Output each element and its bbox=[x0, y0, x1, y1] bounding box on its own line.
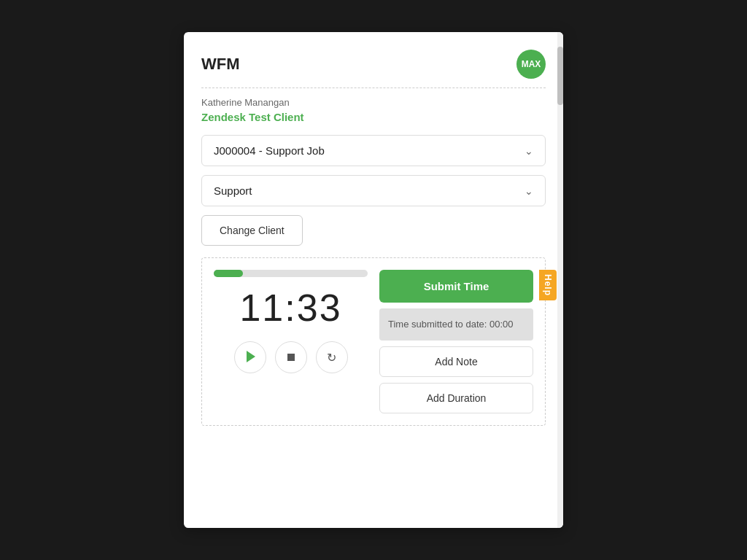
stop-button[interactable] bbox=[275, 341, 307, 373]
timer-controls: ↻ bbox=[234, 341, 348, 373]
type-dropdown-value: Support bbox=[214, 184, 252, 197]
help-tab[interactable]: Help bbox=[539, 270, 557, 300]
header: WFM MAX bbox=[201, 50, 546, 88]
chevron-down-icon: ⌄ bbox=[525, 145, 533, 157]
right-panel: Submit Time Time submitted to date: 00:0… bbox=[379, 270, 533, 413]
client-name: Zendesk Test Client bbox=[201, 111, 546, 123]
change-client-button[interactable]: Change Client bbox=[201, 215, 303, 246]
job-dropdown-value: J000004 - Support Job bbox=[214, 144, 325, 157]
job-dropdown[interactable]: J000004 - Support Job ⌄ bbox=[201, 135, 546, 166]
scrollbar-thumb bbox=[557, 47, 563, 105]
stop-icon bbox=[287, 351, 295, 363]
timer-display: 11:33 bbox=[239, 286, 341, 330]
timer-panel: 11:33 ↻ bbox=[214, 270, 368, 413]
scrollbar[interactable] bbox=[557, 32, 563, 528]
wfm-panel: WFM MAX Katherine Manangan Zendesk Test … bbox=[184, 32, 563, 528]
play-icon bbox=[244, 351, 255, 365]
submit-time-button[interactable]: Submit Time bbox=[379, 270, 533, 303]
user-name: Katherine Manangan bbox=[201, 97, 546, 108]
avatar: MAX bbox=[516, 50, 546, 79]
add-note-button[interactable]: Add Note bbox=[379, 346, 533, 377]
bottom-section: 11:33 ↻ Submit Time Time submitted to da… bbox=[201, 257, 546, 426]
add-duration-button[interactable]: Add Duration bbox=[379, 383, 533, 413]
timer-progress-bar bbox=[214, 270, 368, 277]
type-dropdown[interactable]: Support ⌄ bbox=[201, 175, 546, 206]
timer-progress-fill bbox=[214, 270, 243, 277]
time-submitted-info: Time submitted to date: 00:00 bbox=[379, 308, 533, 341]
chevron-down-icon: ⌄ bbox=[525, 185, 533, 197]
play-button[interactable] bbox=[234, 341, 266, 373]
app-title: WFM bbox=[201, 55, 240, 74]
reset-button[interactable]: ↻ bbox=[316, 341, 348, 373]
reset-icon: ↻ bbox=[327, 351, 336, 365]
